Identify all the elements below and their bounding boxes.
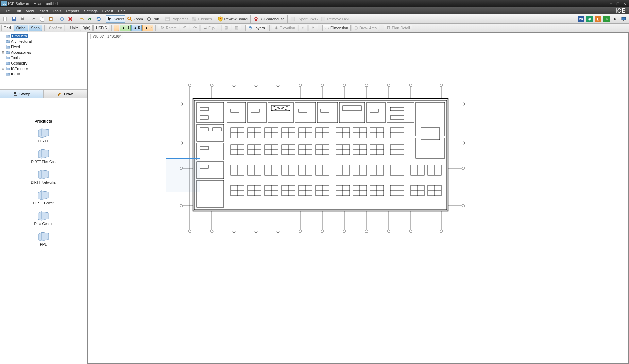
flip-button[interactable]: ⇄Flip <box>200 25 217 31</box>
rotate-right-button[interactable]: ↷ <box>190 25 200 31</box>
sidebar: ⊞ Products Architectural Fixed ⊞ Accesso… <box>0 32 87 364</box>
zoom-tool[interactable]: Zoom <box>126 15 144 23</box>
snap-toggle[interactable]: Snap <box>29 25 42 31</box>
menu-edit[interactable]: Edit <box>12 8 23 14</box>
expander-icon[interactable]: ⊞ <box>1 34 5 38</box>
rotate-left-button[interactable]: ↶ <box>180 25 189 31</box>
finishes-label: Finishes <box>198 17 212 21</box>
expander-icon[interactable]: ⊞ <box>1 51 5 54</box>
align-b-button[interactable]: ▥ <box>232 25 241 31</box>
draw-area-button[interactable]: ▢Draw Area <box>351 25 379 31</box>
tab-draw[interactable]: Draw <box>44 90 87 98</box>
svg-point-33 <box>233 230 235 233</box>
elevation-button[interactable]: ◈Elevation <box>272 25 298 31</box>
detail-icon: ⊡ <box>386 25 391 30</box>
menu-settings[interactable]: Settings <box>82 8 100 14</box>
3d-warehouse-button[interactable]: 3D Warehouse <box>252 15 286 23</box>
copy-button[interactable] <box>38 15 46 23</box>
window-title: ICE Software - Milan - untitled <box>8 2 608 6</box>
rotate-button[interactable]: ↻Rotate <box>158 25 179 31</box>
tree-item-geometry[interactable]: Geometry <box>1 60 86 66</box>
section-button[interactable]: ✂ <box>308 25 318 31</box>
menu-insert[interactable]: Insert <box>36 8 50 14</box>
move-button[interactable] <box>58 15 66 23</box>
ortho-toggle[interactable]: Ortho <box>14 25 28 31</box>
product-dirtt[interactable]: DIRTT <box>37 127 50 143</box>
play-button[interactable]: ▶ <box>611 15 619 23</box>
menu-help[interactable]: Help <box>116 8 128 14</box>
save-button[interactable] <box>10 15 18 23</box>
product-ppl[interactable]: PPL <box>37 231 50 247</box>
count-chip-c[interactable]: ●0 <box>142 25 153 31</box>
confirm-button[interactable]: Confirm <box>47 25 65 31</box>
tree-resize-handle[interactable] <box>41 362 46 363</box>
export-dwg-button[interactable]: Export DWG <box>289 15 319 23</box>
select-tool[interactable]: Select <box>106 15 125 23</box>
help-chip[interactable]: ? <box>114 25 119 31</box>
dollar-badge-icon[interactable]: $ <box>603 16 610 22</box>
pan-tool[interactable]: Pan <box>145 15 161 23</box>
globe-badge-icon[interactable]: ◉ <box>586 16 593 22</box>
properties-button[interactable]: Properties <box>164 15 190 23</box>
folder-3d-icon <box>37 127 50 139</box>
folder-3d-icon <box>37 168 50 180</box>
refresh-button[interactable] <box>95 15 103 23</box>
tree-item-icevr[interactable]: ICEvr <box>1 71 86 77</box>
remove-icon <box>321 16 326 22</box>
finishes-button[interactable]: Finishes <box>190 15 213 23</box>
svg-point-47 <box>343 84 346 87</box>
question-icon: ? <box>115 26 117 30</box>
redo-button[interactable] <box>86 15 94 23</box>
titlebar: ICE ICE Software - Milan - untitled ━ ☐ … <box>0 0 629 7</box>
minimize-button[interactable]: ━ <box>608 1 614 6</box>
menu-file[interactable]: File <box>1 8 12 14</box>
currency-select[interactable]: USD $ <box>94 25 109 31</box>
grid-toggle[interactable]: Grid <box>1 25 13 31</box>
tree-item-architectural[interactable]: Architectural <box>1 39 86 44</box>
menu-tools[interactable]: Tools <box>50 8 64 14</box>
tree-item-icerender[interactable]: ⊞ ICErender <box>1 66 86 71</box>
maximize-button[interactable]: ☐ <box>615 1 621 6</box>
menu-view[interactable]: View <box>23 8 36 14</box>
print-button[interactable] <box>18 15 27 23</box>
dimension-button[interactable]: ⟷Dimension <box>322 25 351 31</box>
svg-point-48 <box>343 230 346 233</box>
elevation-nav-button[interactable]: ◇ <box>298 25 308 31</box>
count-chip-a[interactable]: ●0 <box>120 25 131 31</box>
tree-item-tools[interactable]: Tools <box>1 55 86 60</box>
tree-item-accessories[interactable]: ⊞ Accessories <box>1 50 86 55</box>
count-chip-b[interactable]: ●0 <box>131 25 142 31</box>
cube-badge-icon[interactable]: ◧ <box>595 16 601 22</box>
selection-rectangle[interactable] <box>166 158 200 192</box>
vr-badge-icon[interactable]: VR <box>578 16 584 22</box>
remove-dwg-button[interactable]: Remove DWG <box>320 15 353 23</box>
plan-detail-button[interactable]: ⊡Plan Detail <box>384 25 412 31</box>
unit-select[interactable]: D(in) <box>80 25 93 31</box>
menu-expert[interactable]: Expert <box>100 8 116 14</box>
monitor-button[interactable] <box>619 15 628 23</box>
new-button[interactable] <box>1 15 10 23</box>
menu-reports[interactable]: Reports <box>64 8 82 14</box>
close-button[interactable]: ✕ <box>622 1 628 6</box>
svg-point-41 <box>299 84 302 87</box>
product-dirtt-networks[interactable]: DIRTT Networks <box>31 168 56 184</box>
layers-button[interactable]: Layers <box>245 25 267 31</box>
tab-stamp[interactable]: Stamp <box>0 90 44 98</box>
rotate-icon: ↻ <box>160 25 165 30</box>
review-board-button[interactable]: Review Board <box>216 15 249 23</box>
tree-item-products[interactable]: ⊞ Products <box>1 33 86 39</box>
delete-button[interactable] <box>66 15 74 23</box>
product-dirtt-power[interactable]: DIRTT Power <box>33 189 53 205</box>
tree-item-fixed[interactable]: Fixed <box>1 44 86 50</box>
product-data-center[interactable]: Data Center <box>34 210 53 226</box>
floorplan-drawing <box>180 84 465 233</box>
paste-button[interactable] <box>47 15 55 23</box>
product-dirtt-flex-gas[interactable]: DIRTT Flex Gas <box>31 148 56 164</box>
undo-button[interactable] <box>78 15 86 23</box>
expander-icon[interactable]: ⊞ <box>1 67 5 70</box>
align-a-button[interactable]: ▦ <box>221 25 231 31</box>
canvas[interactable]: 768.86", -1730.96" <box>87 32 629 364</box>
remove-dwg-label: Remove DWG <box>327 17 352 21</box>
cut-button[interactable]: ✂ <box>30 15 38 23</box>
pan-icon <box>146 16 152 22</box>
